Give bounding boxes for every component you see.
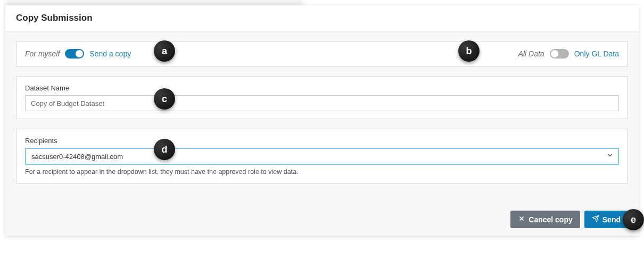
copy-mode-on-label: Send a copy bbox=[89, 49, 131, 58]
annotation-d: d bbox=[154, 139, 175, 160]
copy-mode-switch[interactable] bbox=[65, 49, 84, 59]
recipients-label: Recipients bbox=[25, 137, 619, 145]
toggle-panel: For myself Send a copy All Data Only GL … bbox=[16, 41, 628, 66]
send-button-label: Send bbox=[602, 215, 621, 224]
dataset-panel: Dataset Name c bbox=[16, 76, 628, 119]
data-scope-switch[interactable] bbox=[550, 49, 569, 59]
annotation-e: e bbox=[623, 209, 644, 230]
dialog-title: Copy Submission bbox=[16, 13, 628, 23]
send-button[interactable]: Send bbox=[584, 211, 628, 228]
close-icon bbox=[518, 215, 525, 224]
toggle-row: For myself Send a copy All Data Only GL … bbox=[25, 49, 619, 59]
dialog-header: Copy Submission bbox=[5, 5, 639, 31]
cancel-button-label: Cancel copy bbox=[529, 215, 572, 224]
copy-mode-off-label: For myself bbox=[25, 49, 60, 58]
copy-submission-dialog: Copy Submission For myself Send a copy A… bbox=[5, 5, 639, 236]
annotation-b: b bbox=[458, 40, 480, 62]
switch-knob bbox=[551, 50, 558, 57]
data-scope-on-label: Only GL Data bbox=[574, 49, 619, 58]
recipients-selected-value: sacsuser0-42408@gmail.com bbox=[31, 153, 123, 161]
cancel-button[interactable]: Cancel copy bbox=[510, 211, 580, 228]
recipients-dropdown[interactable]: sacsuser0-42408@gmail.com bbox=[25, 148, 619, 165]
data-scope-off-label: All Data bbox=[518, 49, 544, 58]
annotation-a: a bbox=[154, 40, 175, 62]
data-scope-toggle-group: All Data Only GL Data bbox=[518, 49, 619, 59]
annotation-c: c bbox=[154, 88, 175, 110]
copy-mode-toggle-group: For myself Send a copy bbox=[25, 49, 131, 59]
dataset-label: Dataset Name bbox=[25, 84, 619, 92]
recipients-select-wrap: sacsuser0-42408@gmail.com bbox=[25, 148, 619, 165]
recipients-panel: Recipients sacsuser0-42408@gmail.com For… bbox=[16, 129, 628, 183]
dataset-name-input[interactable] bbox=[25, 95, 619, 111]
dialog-button-row: Cancel copy Send bbox=[510, 211, 628, 228]
dialog-body: For myself Send a copy All Data Only GL … bbox=[5, 31, 639, 236]
recipients-help-text: For a recipient to appear in the dropdow… bbox=[25, 168, 619, 176]
send-icon bbox=[592, 215, 599, 224]
switch-knob bbox=[76, 50, 83, 57]
